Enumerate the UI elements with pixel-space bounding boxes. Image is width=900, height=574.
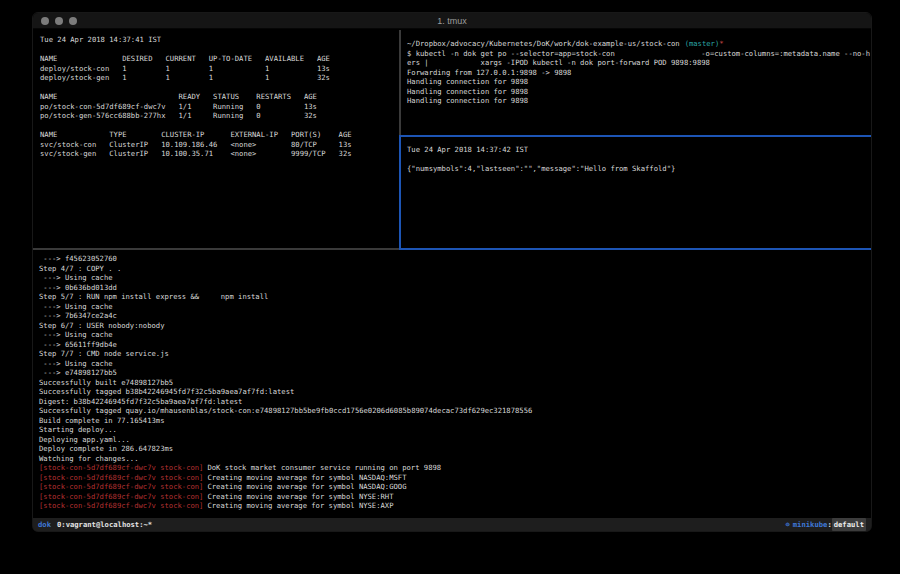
pane-service-output[interactable]: Tue 24 Apr 2018 14:37:42 IST {"numsymbol… <box>402 137 870 248</box>
kubectl-watch-output: Tue 24 Apr 2018 14:37:41 IST NAME DESIRE… <box>40 35 399 159</box>
git-dirty-flag: * <box>719 39 723 48</box>
kube-context-label: minikube <box>793 518 828 531</box>
kube-namespace-badge: default <box>832 518 866 531</box>
pane-port-forward[interactable]: ~/Dropbox/advocacy/Kubernetes/DoK/work/d… <box>402 30 870 135</box>
window-titlebar[interactable]: 1. tmux <box>33 13 871 29</box>
pod-log-prefix: [stock-con-5d7df689cf-dwc7v stock-con] <box>39 463 203 472</box>
pod-log-line: [stock-con-5d7df689cf-dwc7v stock-con]Do… <box>39 463 870 473</box>
pod-log-line: [stock-con-5d7df689cf-dwc7v stock-con]Cr… <box>39 482 870 492</box>
port-forward-output: $ kubectl -n dok get po --selector=app=s… <box>407 49 870 106</box>
pane-kubectl-watch[interactable]: Tue 24 Apr 2018 14:37:41 IST NAME DESIRE… <box>34 30 399 248</box>
pod-log-text: DoK stock market consumer service runnin… <box>207 463 441 472</box>
kubernetes-icon: ☸ <box>785 518 789 531</box>
pane-divider-vertical-active[interactable] <box>399 135 401 250</box>
pod-log-prefix: [stock-con-5d7df689cf-dwc7v stock-con] <box>39 482 203 491</box>
pod-log-line: [stock-con-5d7df689cf-dwc7v stock-con]Cr… <box>39 501 870 511</box>
terminal-window: 1. tmux Tue 24 Apr 2018 14:37:41 IST NAM… <box>32 12 872 532</box>
shell-prompt-line: ~/Dropbox/advocacy/Kubernetes/DoK/work/d… <box>407 39 870 49</box>
tmux-status-bar: dok 0:vagrant@localhost:~* ☸ minikube : … <box>33 518 871 531</box>
pod-log-text: Creating moving average for symbol NASDA… <box>207 473 406 482</box>
pod-log-text: Creating moving average for symbol NASDA… <box>207 482 406 491</box>
tmux-active-window-label[interactable]: 0:vagrant@localhost:~* <box>57 518 152 531</box>
tmux-session-name: dok <box>38 518 51 531</box>
pod-log-text: Creating moving average for symbol NYSE:… <box>207 492 393 501</box>
pod-log-prefix: [stock-con-5d7df689cf-dwc7v stock-con] <box>39 501 203 510</box>
git-branch-label: (master) <box>680 39 720 48</box>
skaffold-build-output: ---> f45623052760 Step 4/7 : COPY . . --… <box>39 254 870 463</box>
pane-skaffold[interactable]: ---> f45623052760 Step 4/7 : COPY . . --… <box>34 250 870 516</box>
prompt-path: ~/Dropbox/advocacy/Kubernetes/DoK/work/d… <box>407 39 680 48</box>
pod-log-prefix: [stock-con-5d7df689cf-dwc7v stock-con] <box>39 492 203 501</box>
pod-log-line: [stock-con-5d7df689cf-dwc7v stock-con]Cr… <box>39 473 870 483</box>
pod-log-prefix: [stock-con-5d7df689cf-dwc7v stock-con] <box>39 473 203 482</box>
service-output-text: Tue 24 Apr 2018 14:37:42 IST {"numsymbol… <box>407 145 870 174</box>
pod-log-line: [stock-con-5d7df689cf-dwc7v stock-con]Cr… <box>39 492 870 502</box>
desktop-background: { "window": { "title": "1. tmux" }, "pan… <box>0 0 900 574</box>
pod-log-text: Creating moving average for symbol NYSE:… <box>207 501 393 510</box>
pane-divider-vertical-inactive[interactable] <box>399 30 401 135</box>
window-title: 1. tmux <box>33 16 871 26</box>
